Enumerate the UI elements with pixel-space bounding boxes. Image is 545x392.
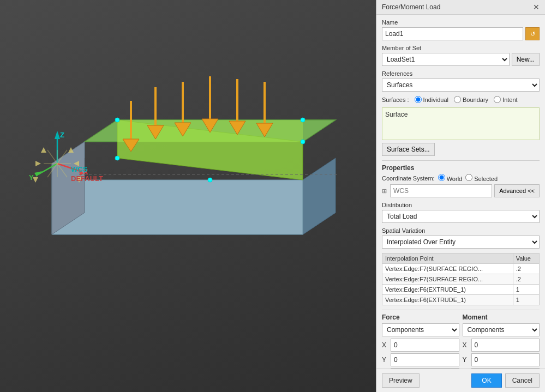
radio-world[interactable] <box>438 174 445 181</box>
force-x-row: X <box>382 339 459 352</box>
moment-x-input[interactable] <box>471 339 540 352</box>
svg-point-25 <box>208 178 212 182</box>
spatial-variation-group: Spatial Variation Interpolated Over Enti… <box>382 227 540 249</box>
coord-system-label: Coordinate System: <box>382 175 435 182</box>
radio-world-label[interactable]: World <box>438 174 463 182</box>
radio-individual[interactable] <box>415 96 422 103</box>
moment-col: Moment Components X Y Z <box>463 313 540 369</box>
surface-box-group: Surface Surface Sets... <box>382 107 540 156</box>
name-input[interactable] <box>382 27 523 40</box>
preview-button[interactable]: Preview <box>382 373 420 388</box>
moment-type-select[interactable]: Components <box>463 323 540 336</box>
ok-button[interactable]: OK <box>471 373 501 388</box>
dialog-footer: Preview OK Cancel <box>376 369 545 392</box>
radio-boundary-label[interactable]: Boundary <box>454 96 488 103</box>
moment-x-row: X <box>463 339 540 352</box>
new-set-button[interactable]: New... <box>512 53 540 66</box>
divider-2 <box>382 310 540 310</box>
table-row[interactable]: Vertex:Edge:F7(SURFACE REGIO....2 <box>382 274 540 285</box>
svg-text:Z: Z <box>60 131 64 139</box>
interp-point-cell: Vertex:Edge:F6(EXTRUDE_1) <box>382 285 513 295</box>
force-label: Force <box>382 313 459 321</box>
surfaces-label: Surfaces : <box>382 97 409 103</box>
force-x-label: X <box>382 341 388 349</box>
moment-y-input[interactable] <box>471 353 540 366</box>
svg-marker-27 <box>55 131 60 139</box>
svg-text:DEFAULT: DEFAULT <box>71 174 103 183</box>
table-row[interactable]: Vertex:Edge:F6(EXTRUDE_1)1 <box>382 295 540 305</box>
col-value: Value <box>513 254 539 264</box>
viewport-3d[interactable]: Z X Y <box>0 0 376 392</box>
interp-value-cell: .2 <box>513 274 539 285</box>
svg-marker-3 <box>52 180 303 234</box>
interp-value-cell: .2 <box>513 264 539 274</box>
radio-intent-label[interactable]: Intent <box>494 96 518 103</box>
interp-point-cell: Vertex:Edge:F7(SURFACE REGIO... <box>382 264 513 274</box>
force-type-select[interactable]: Components <box>382 323 459 336</box>
svg-marker-39 <box>41 147 46 153</box>
name-group: Name ↺ <box>382 19 540 40</box>
svg-marker-1 <box>303 158 336 234</box>
surface-sets-button[interactable]: Surface Sets... <box>382 143 435 156</box>
member-of-set-group: Member of Set LoadSet1 New... <box>382 45 540 66</box>
radio-intent[interactable] <box>494 96 501 103</box>
properties-group: Properties Coordinate System: World Sele… <box>382 164 540 197</box>
radio-individual-label[interactable]: Individual <box>415 96 448 103</box>
references-label: References <box>382 70 540 77</box>
properties-label: Properties <box>382 164 540 172</box>
moment-y-label: Y <box>463 356 469 364</box>
force-moment-dialog: Force/Moment Load ✕ Name ↺ Member of Set… <box>376 0 545 392</box>
distribution-label: Distribution <box>382 202 540 208</box>
surface-box: Surface <box>382 107 540 140</box>
wcs-input[interactable] <box>390 184 492 197</box>
distribution-group: Distribution Total Load <box>382 202 540 223</box>
dialog-title: Force/Moment Load <box>382 3 440 11</box>
svg-point-21 <box>115 156 119 160</box>
surfaces-radio-group: Surfaces : Individual Boundary Intent <box>382 96 540 103</box>
references-group: References Surfaces <box>382 70 540 92</box>
interp-point-cell: Vertex:Edge:F6(EXTRUDE_1) <box>382 295 513 305</box>
interpolation-table: Interpolation Point Value Vertex:Edge:F7… <box>382 253 540 305</box>
advanced-button[interactable]: Advanced << <box>494 184 540 197</box>
member-of-set-select[interactable]: LoadSet1 <box>382 53 510 66</box>
force-y-row: Y <box>382 353 459 366</box>
col-interpolation-point: Interpolation Point <box>382 254 513 264</box>
member-of-set-label: Member of Set <box>382 45 540 51</box>
table-row[interactable]: Vertex:Edge:F7(SURFACE REGIO....2 <box>382 264 540 274</box>
dialog-titlebar: Force/Moment Load ✕ <box>376 0 545 15</box>
divider-1 <box>382 160 540 161</box>
svg-point-22 <box>301 140 305 144</box>
svg-point-24 <box>301 118 305 122</box>
distribution-select[interactable]: Total Load <box>382 210 540 223</box>
svg-marker-33 <box>34 171 42 177</box>
interp-point-cell: Vertex:Edge:F7(SURFACE REGIO... <box>382 274 513 285</box>
moment-x-label: X <box>463 341 469 349</box>
force-x-input[interactable] <box>391 339 459 352</box>
interpolation-table-group: Interpolation Point Value Vertex:Edge:F7… <box>382 253 540 305</box>
interp-value-cell: 1 <box>513 285 539 295</box>
cancel-button[interactable]: Cancel <box>505 373 540 388</box>
radio-boundary[interactable] <box>454 96 461 103</box>
table-row[interactable]: Vertex:Edge:F6(EXTRUDE_1)1 <box>382 285 540 295</box>
name-label: Name <box>382 19 540 26</box>
spatial-variation-label: Spatial Variation <box>382 227 540 234</box>
moment-label: Moment <box>463 313 540 321</box>
moment-y-row: Y <box>463 353 540 366</box>
svg-text:WCS: WCS <box>71 165 88 173</box>
force-moment-grid: Force Components X Y Z Mom <box>382 313 540 369</box>
svg-point-23 <box>115 118 119 122</box>
spatial-variation-select[interactable]: Interpolated Over Entity <box>382 236 540 249</box>
force-y-label: Y <box>382 356 388 364</box>
force-y-input[interactable] <box>391 353 459 366</box>
force-col: Force Components X Y Z <box>382 313 459 369</box>
dialog-body: Name ↺ Member of Set LoadSet1 New... Ref… <box>376 15 545 369</box>
svg-marker-43 <box>35 161 41 166</box>
radio-selected-label[interactable]: Selected <box>465 174 498 182</box>
radio-selected[interactable] <box>465 174 472 181</box>
close-button[interactable]: ✕ <box>533 3 540 11</box>
references-select[interactable]: Surfaces <box>382 79 540 92</box>
refresh-button[interactable]: ↺ <box>525 27 540 40</box>
interp-value-cell: 1 <box>513 295 539 305</box>
